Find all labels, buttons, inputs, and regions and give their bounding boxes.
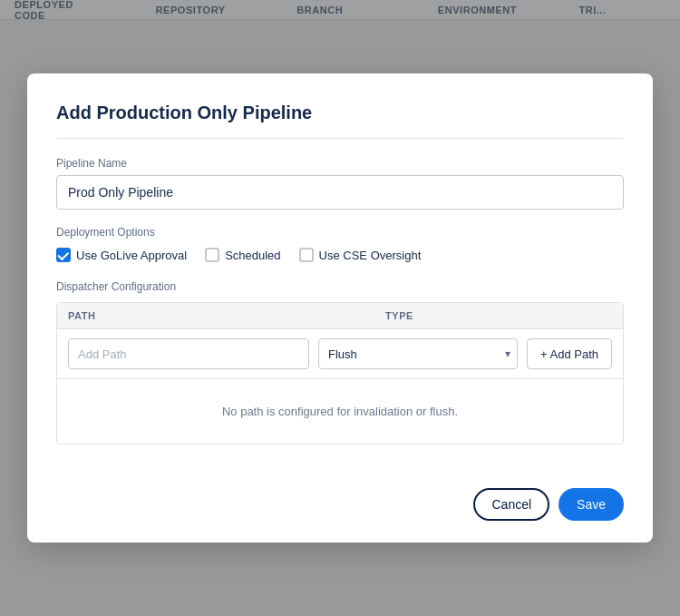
dispatcher-table: PATH TYPE Flush Invalidate ▾ + Add Path — [56, 302, 624, 445]
add-path-label: + Add Path — [540, 347, 598, 361]
save-label: Save — [577, 497, 606, 512]
scheduled-checkbox[interactable] — [205, 248, 219, 262]
cse-checkbox[interactable] — [299, 248, 314, 262]
scheduled-label: Scheduled — [225, 249, 280, 262]
modal-title: Add Production Only Pipeline — [56, 103, 624, 139]
golive-label: Use GoLive Approval — [76, 249, 187, 262]
dispatcher-section: Dispatcher Configuration PATH TYPE Flush… — [56, 280, 624, 445]
golive-option[interactable]: Use GoLive Approval — [56, 248, 187, 262]
golive-checkbox[interactable] — [56, 248, 71, 262]
dispatcher-table-header: PATH TYPE — [57, 303, 623, 329]
cse-label: Use CSE Oversight — [319, 249, 422, 262]
modal-footer: Cancel Save — [56, 474, 624, 521]
cse-option[interactable]: Use CSE Oversight — [299, 248, 422, 262]
deployment-options-group: Use GoLive Approval Scheduled Use CSE Ov… — [56, 248, 624, 262]
save-button[interactable]: Save — [559, 488, 624, 521]
empty-state: No path is configured for invalidation o… — [57, 379, 623, 444]
col-header-type: TYPE — [385, 310, 612, 321]
pipeline-name-label: Pipeline Name — [56, 157, 624, 170]
cancel-button[interactable]: Cancel — [473, 488, 549, 521]
pipeline-name-input[interactable] — [56, 175, 624, 210]
path-input[interactable] — [68, 338, 309, 369]
pipeline-name-section: Pipeline Name — [56, 157, 624, 210]
modal-overlay: Add Production Only Pipeline Pipeline Na… — [0, 0, 680, 616]
add-path-button[interactable]: + Add Path — [527, 338, 612, 369]
dispatcher-config-label: Dispatcher Configuration — [56, 280, 624, 293]
modal: Add Production Only Pipeline Pipeline Na… — [27, 73, 653, 543]
deployment-options-section: Deployment Options Use GoLive Approval S… — [56, 226, 624, 262]
type-select-wrapper: Flush Invalidate ▾ — [318, 338, 518, 369]
deployment-options-label: Deployment Options — [56, 226, 624, 239]
cancel-label: Cancel — [491, 497, 531, 512]
scheduled-option[interactable]: Scheduled — [205, 248, 280, 262]
empty-state-text: No path is configured for invalidation o… — [222, 405, 458, 418]
type-select[interactable]: Flush Invalidate — [318, 338, 518, 369]
col-header-path: PATH — [68, 310, 385, 321]
dispatcher-input-row: Flush Invalidate ▾ + Add Path — [57, 329, 623, 379]
